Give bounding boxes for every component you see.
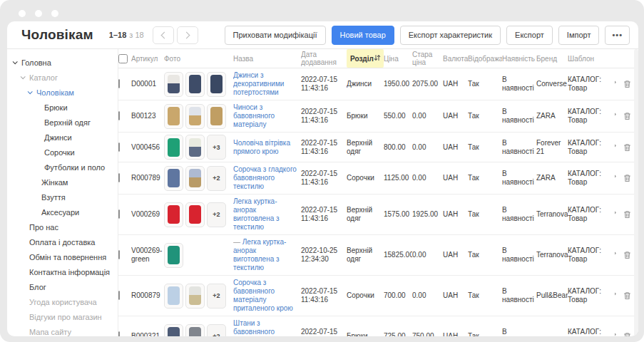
photo-more-badge[interactable]: +2 (207, 324, 226, 337)
new-product-button[interactable]: Новий товар (332, 26, 394, 45)
photo-thumb[interactable] (185, 104, 205, 129)
edit-button[interactable] (615, 112, 617, 120)
photo-thumb[interactable] (164, 104, 183, 129)
photo-more-badge[interactable]: +3 (207, 135, 226, 160)
row-checkbox[interactable] (118, 209, 120, 219)
sidebar-item-контактна-інформація[interactable]: Контактна інформація (7, 264, 118, 279)
currency-cell: UAH (443, 329, 468, 336)
sidebar-item-мапа-сайту[interactable]: Мапа сайту (7, 324, 118, 336)
photo-thumb[interactable] (207, 72, 226, 97)
table-row: V000269+2Легка куртка-анорак виготовлена… (118, 195, 638, 235)
delete-button[interactable] (623, 251, 631, 259)
photo-thumb[interactable] (185, 135, 205, 160)
row-checkbox[interactable] (118, 79, 120, 88)
product-name-link[interactable]: Чоловіча вітрівка прямого крою (233, 139, 290, 155)
row-checkbox[interactable] (118, 250, 120, 259)
photo-thumb[interactable] (207, 104, 226, 129)
photo-more-badge[interactable]: +2 (207, 166, 226, 191)
select-all-checkbox[interactable] (118, 54, 128, 63)
sidebar-item-жінкам[interactable]: Жінкам (7, 175, 118, 190)
hide-modifications-button[interactable]: Приховати модифікації (225, 26, 326, 45)
checkbox-cell (118, 109, 131, 123)
section-cell: Верхній одяг (347, 203, 384, 226)
photo-thumb[interactable] (164, 243, 183, 268)
photo-thumb[interactable] (185, 284, 205, 309)
product-name-link[interactable]: Легка куртка-анорак виготовлена з тексти… (233, 197, 280, 231)
date-cell: 2022-07-1511:43:16 (301, 284, 347, 307)
edit-button[interactable] (615, 80, 617, 88)
delete-button[interactable] (623, 210, 631, 219)
sidebar-item-відгуки-про-магазин[interactable]: Відгуки про магазин (7, 309, 118, 324)
photo-thumb[interactable] (164, 284, 183, 309)
edit-button[interactable] (615, 174, 617, 182)
page-header: Чоловікам 1–18 з 18 Приховати модифікаці… (7, 21, 638, 49)
edit-button[interactable] (615, 143, 617, 152)
delete-button[interactable] (623, 112, 631, 120)
more-actions-button[interactable]: ••• (605, 26, 630, 45)
sidebar-item-чоловікам[interactable]: Чоловікам (7, 85, 118, 100)
display-cell: Так (468, 329, 502, 336)
sidebar-item-аксесуари[interactable]: Аксесуари (7, 204, 118, 219)
row-checkbox[interactable] (118, 142, 120, 152)
photo-more-badge[interactable]: +2 (207, 284, 226, 309)
checkbox-cell (118, 329, 131, 336)
edit-button[interactable] (615, 332, 617, 336)
row-checkbox[interactable] (118, 331, 120, 336)
sidebar-item-верхній-одяг[interactable]: Верхній одяг (7, 115, 118, 130)
column-header-label: Артикул (131, 55, 158, 63)
availability-cell: В наявності (502, 167, 536, 190)
delete-button[interactable] (623, 143, 631, 152)
sidebar-item-блог[interactable]: Блог (7, 279, 118, 294)
sidebar-item-взуття[interactable]: Взуття (7, 190, 118, 204)
delete-button[interactable] (623, 80, 631, 88)
delete-button[interactable] (623, 332, 631, 336)
product-name-link[interactable]: Чиноси з бавовняного матеріалу (233, 103, 275, 128)
pencil-icon (615, 291, 617, 300)
trash-icon (623, 112, 631, 120)
column-header-label: Валюта (443, 55, 468, 63)
sidebar-item-каталог[interactable]: Каталог (7, 70, 118, 85)
product-name-link[interactable]: Джинси з декоративними потертостями (233, 71, 284, 96)
sort-icon[interactable] (374, 54, 381, 63)
edit-button[interactable] (615, 291, 617, 300)
import-button[interactable]: Імпорт (558, 26, 600, 45)
product-name-link[interactable]: Штани з бавовняного матеріалу прямого кр… (233, 319, 295, 336)
photo-thumb[interactable] (185, 72, 205, 97)
prev-page-button[interactable] (153, 26, 174, 44)
sidebar-item-головна[interactable]: Головна (7, 55, 118, 70)
sidebar-item-угода-користувача[interactable]: Угода користувача (7, 294, 118, 309)
sidebar-item-про-нас[interactable]: Про нас (7, 219, 118, 234)
article-cell: D00001 (131, 77, 164, 91)
row-checkbox[interactable] (118, 173, 120, 182)
delete-button[interactable] (623, 291, 631, 300)
sidebar-item-футболки-и-поло[interactable]: Футболки и поло (7, 160, 118, 175)
photo-thumb[interactable] (185, 324, 205, 337)
photo-thumb[interactable] (164, 135, 183, 160)
scrollbar[interactable] (634, 49, 638, 336)
export-button[interactable]: Експорт (506, 26, 553, 45)
edit-button[interactable] (615, 210, 617, 219)
next-page-button[interactable] (177, 26, 198, 44)
row-checkbox[interactable] (118, 291, 120, 300)
column-header-section[interactable]: Розділ (347, 49, 384, 68)
photo-thumb[interactable] (185, 202, 205, 227)
sidebar-item-сорочки[interactable]: Сорочки (7, 145, 118, 160)
photo-thumb[interactable] (164, 324, 183, 337)
sidebar-item-джинси[interactable]: Джинси (7, 130, 118, 145)
availability-cell: В наявності (502, 325, 536, 336)
template-cell: КАТАЛОГ: Товар (568, 284, 615, 307)
photo-thumb[interactable] (164, 72, 183, 97)
photo-thumb[interactable] (164, 202, 183, 227)
photo-more-badge[interactable]: +2 (207, 202, 226, 227)
row-checkbox[interactable] (118, 111, 120, 120)
product-name-link[interactable]: Сорочка з бавовняного матеріалу притален… (233, 279, 293, 312)
export-characteristics-button[interactable]: Експорт характеристик (400, 26, 501, 45)
sidebar-item-обмін-та-повернення[interactable]: Обмін та повернення (7, 249, 118, 264)
photo-thumb[interactable] (185, 166, 205, 191)
delete-button[interactable] (623, 174, 631, 182)
edit-button[interactable] (615, 251, 617, 259)
product-name-link[interactable]: Сорочка з гладкого бавовняного текстилю (233, 165, 297, 190)
sidebar-item-брюки[interactable]: Брюки (7, 100, 118, 115)
photo-thumb[interactable] (164, 166, 183, 191)
sidebar-item-оплата-і-доставка[interactable]: Оплата і доставка (7, 234, 118, 249)
